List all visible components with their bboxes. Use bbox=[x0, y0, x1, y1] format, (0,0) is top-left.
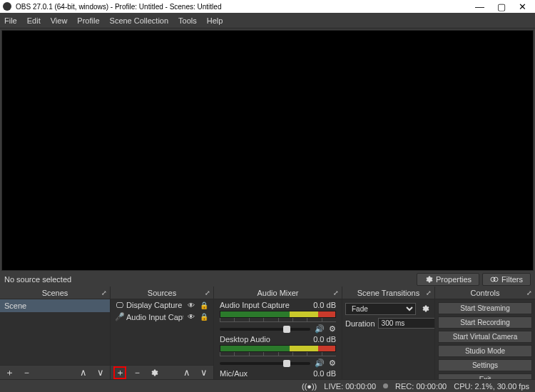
channel-settings-icon[interactable]: ⚙ bbox=[329, 359, 336, 368]
source-down-button[interactable]: ∨ bbox=[198, 366, 210, 379]
source-up-button[interactable]: ∧ bbox=[180, 366, 193, 379]
properties-button[interactable]: Properties bbox=[417, 273, 479, 286]
mixer-channel: Audio Input Capture0.0 dB 🔊⚙ bbox=[214, 299, 342, 334]
channel-name: Audio Input Capture bbox=[220, 301, 290, 309]
control-button[interactable]: Exit bbox=[438, 373, 532, 379]
channel-level: 0.0 dB bbox=[313, 369, 336, 378]
display-icon: 🖵 bbox=[115, 301, 123, 309]
controls-title: Controls bbox=[471, 289, 500, 297]
popout-icon[interactable]: ⤢ bbox=[333, 289, 339, 296]
mixer-body: Audio Input Capture0.0 dB 🔊⚙ Desktop Aud… bbox=[214, 299, 342, 379]
speaker-icon[interactable]: 🔊 bbox=[315, 359, 325, 368]
remove-source-button[interactable]: － bbox=[131, 366, 143, 379]
control-button[interactable]: Start Streaming bbox=[438, 302, 532, 314]
preview-area[interactable] bbox=[1, 30, 534, 271]
live-status: LIVE: 00:00:00 bbox=[324, 382, 376, 391]
mixer-channel: Desktop Audio0.0 dB 🔊⚙ bbox=[214, 334, 342, 368]
rec-status: REC: 00:00:00 bbox=[395, 382, 447, 391]
channel-name: Mic/Aux bbox=[220, 369, 248, 378]
scene-up-button[interactable]: ∧ bbox=[77, 366, 90, 379]
maximize-button[interactable]: ▢ bbox=[497, 1, 506, 12]
menu-file[interactable]: File bbox=[4, 16, 17, 25]
scene-down-button[interactable]: ∨ bbox=[94, 366, 107, 379]
svg-point-1 bbox=[494, 277, 498, 282]
source-toolbar: No source selected Properties Filters bbox=[0, 272, 535, 287]
visibility-icon[interactable]: 👁 bbox=[186, 313, 196, 321]
scenes-list[interactable]: Scene bbox=[0, 299, 110, 365]
channel-settings-icon[interactable]: ⚙ bbox=[329, 324, 336, 334]
transitions-title: Scene Transitions bbox=[357, 289, 419, 297]
audio-meter bbox=[220, 345, 336, 352]
scenes-title: Scenes bbox=[42, 289, 68, 297]
add-source-button[interactable]: ＋ bbox=[113, 366, 126, 379]
transition-select[interactable]: Fade bbox=[345, 303, 416, 315]
control-button[interactable]: Start Virtual Camera bbox=[438, 331, 532, 343]
add-scene-button[interactable]: ＋ bbox=[3, 366, 16, 379]
transition-settings-button[interactable] bbox=[419, 302, 432, 315]
audio-meter bbox=[220, 311, 336, 318]
sources-list[interactable]: 🖵 Display Capture 👁 🔒 🎤 Audio Input Capt… bbox=[111, 299, 213, 365]
lock-icon[interactable]: 🔒 bbox=[199, 313, 209, 321]
popout-icon[interactable]: ⤢ bbox=[205, 289, 210, 296]
sources-title: Sources bbox=[148, 289, 176, 297]
no-source-label: No source selected bbox=[4, 275, 71, 284]
rec-indicator-icon bbox=[383, 383, 388, 388]
channel-level: 0.0 dB bbox=[313, 301, 336, 309]
menu-edit[interactable]: Edit bbox=[27, 16, 41, 25]
popout-icon[interactable]: ⤢ bbox=[426, 289, 432, 296]
statusbar: ((●)) LIVE: 00:00:00 REC: 00:00:00 CPU: … bbox=[0, 379, 535, 392]
broadcast-icon: ((●)) bbox=[302, 382, 317, 391]
mixer-channel: Mic/Aux0.0 dB bbox=[214, 368, 342, 378]
minimize-button[interactable]: — bbox=[475, 1, 484, 12]
duration-label: Duration bbox=[345, 319, 375, 328]
speaker-icon[interactable]: 🔊 bbox=[315, 324, 325, 334]
volume-slider[interactable] bbox=[220, 328, 310, 331]
menu-view[interactable]: View bbox=[51, 16, 68, 25]
gear-icon bbox=[150, 368, 158, 377]
source-item[interactable]: 🖵 Display Capture 👁 🔒 bbox=[111, 299, 213, 311]
menu-profile[interactable]: Profile bbox=[77, 16, 99, 25]
app-icon bbox=[3, 2, 11, 11]
window-title: OBS 27.0.1 (64-bit, windows) - Profile: … bbox=[16, 3, 475, 11]
control-button[interactable]: Studio Mode bbox=[438, 345, 532, 357]
mixer-title: Audio Mixer bbox=[257, 289, 298, 297]
control-button[interactable]: Start Recording bbox=[438, 316, 532, 329]
titlebar: OBS 27.0.1 (64-bit, windows) - Profile: … bbox=[0, 0, 535, 13]
scene-item[interactable]: Scene bbox=[0, 299, 110, 312]
mic-icon: 🎤 bbox=[115, 312, 123, 321]
menu-scene-collection[interactable]: Scene Collection bbox=[110, 16, 169, 25]
source-item[interactable]: 🎤 Audio Input Captu 👁 🔒 bbox=[111, 311, 213, 323]
cpu-status: CPU: 2.1%, 30.00 fps bbox=[454, 382, 529, 391]
duration-input[interactable] bbox=[378, 318, 434, 329]
menubar: File Edit View Profile Scene Collection … bbox=[0, 13, 535, 29]
source-settings-button[interactable] bbox=[148, 366, 160, 379]
filters-button[interactable]: Filters bbox=[482, 273, 531, 286]
filters-icon bbox=[490, 275, 499, 284]
gear-icon bbox=[424, 275, 433, 284]
gear-icon bbox=[421, 304, 429, 313]
control-button[interactable]: Settings bbox=[438, 359, 532, 371]
menu-tools[interactable]: Tools bbox=[178, 16, 197, 25]
channel-name: Desktop Audio bbox=[220, 335, 270, 344]
menu-help[interactable]: Help bbox=[207, 16, 223, 25]
channel-level: 0.0 dB bbox=[313, 335, 336, 344]
visibility-icon[interactable]: 👁 bbox=[186, 301, 196, 309]
close-button[interactable]: ✕ bbox=[519, 1, 526, 12]
popout-icon[interactable]: ⤢ bbox=[101, 289, 107, 296]
lock-icon[interactable]: 🔒 bbox=[199, 301, 209, 309]
remove-scene-button[interactable]: － bbox=[20, 366, 33, 379]
volume-slider[interactable] bbox=[220, 362, 310, 365]
popout-icon[interactable]: ⤢ bbox=[526, 289, 532, 296]
